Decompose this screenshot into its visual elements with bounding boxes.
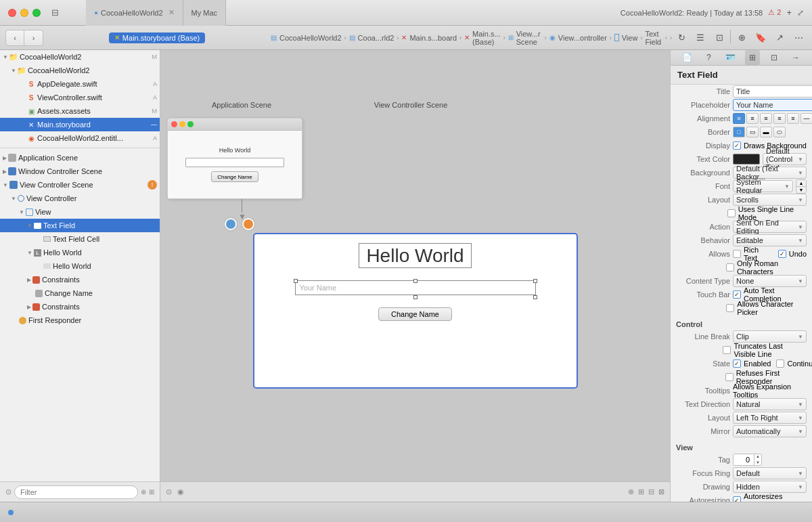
sidebar-item-tf-cell[interactable]: Text Field Cell: [0, 232, 160, 246]
control-layout-select[interactable]: Left To Right ▼: [733, 412, 807, 424]
undo-checkbox[interactable]: [778, 250, 786, 258]
align-natural-button[interactable]: ≡: [787, 113, 799, 124]
sidebar-item-view[interactable]: ▼ View: [0, 205, 160, 219]
refuses-fr-checkbox[interactable]: [725, 373, 734, 381]
identity-inspector-icon[interactable]: 🪪: [723, 50, 738, 65]
border-bezel-button[interactable]: ▬: [760, 127, 772, 137]
tag-down-button[interactable]: ▼: [754, 460, 761, 466]
align-right-button[interactable]: ≡: [760, 113, 772, 124]
close-button[interactable]: [8, 9, 16, 17]
sidebar-item-constraints2[interactable]: ▶ Constraints: [0, 300, 160, 313]
canvas-layout-icon[interactable]: ⊟: [648, 487, 654, 496]
enabled-checkbox[interactable]: [733, 360, 741, 368]
sidebar-item-vc-scene[interactable]: ▼ View Controller Scene !: [0, 178, 160, 192]
action-select[interactable]: Sent On End Editing ▼: [733, 221, 807, 233]
forward-button[interactable]: ›: [24, 30, 43, 46]
rich-text-checkbox[interactable]: [733, 250, 741, 258]
storyboard-tab[interactable]: ✕ Main.storyboard (Base): [109, 32, 205, 43]
canvas-scroll[interactable]: Application Scene Hello World Change Nam…: [160, 50, 670, 481]
more-icon[interactable]: ⋯: [790, 30, 807, 46]
layout-select[interactable]: Scrolls ▼: [733, 194, 807, 206]
mirror-select[interactable]: Automatically ▼: [733, 425, 807, 437]
font-select[interactable]: System Regular ▼: [733, 180, 793, 192]
tab-mymac[interactable]: My Mac: [183, 0, 227, 26]
sidebar-item-changename[interactable]: Change Name: [0, 286, 160, 300]
behavior-select[interactable]: Editable ▼: [733, 234, 807, 246]
connections-inspector-icon[interactable]: →: [788, 50, 803, 65]
filter-input[interactable]: [14, 485, 138, 499]
sidebar-item-first-responder[interactable]: First Responder: [0, 313, 160, 327]
bookmark-icon[interactable]: 🔖: [752, 30, 769, 46]
tag-up-button[interactable]: ▲: [754, 454, 761, 460]
sidebar-item-vc[interactable]: ▼ View Controller: [0, 192, 160, 205]
drawing-select[interactable]: Hidden ▼: [733, 481, 807, 493]
back-button[interactable]: ‹: [5, 30, 24, 46]
align-center-button[interactable]: ≡: [746, 113, 759, 124]
canvas-expand-icon[interactable]: ◉: [177, 487, 184, 496]
draws-bg-checkbox[interactable]: [733, 142, 741, 150]
sidebar-item-textfield[interactable]: ▼ Text Field: [0, 219, 160, 232]
font-up-button[interactable]: ▲: [796, 180, 806, 187]
change-name-button[interactable]: Change Name: [378, 307, 452, 321]
sidebar-toggle-icon[interactable]: ⊟: [51, 7, 59, 18]
text-dir-select[interactable]: Natural ▼: [733, 398, 807, 410]
canvas-fit-icon[interactable]: ⊞: [638, 487, 644, 496]
roman-checkbox[interactable]: [726, 263, 734, 271]
line-break-select[interactable]: Clip ▼: [733, 330, 807, 343]
quick-help-icon[interactable]: ?: [701, 50, 716, 65]
canvas-grid-icon[interactable]: ⊠: [658, 487, 664, 496]
continuous-checkbox[interactable]: [776, 360, 784, 368]
bg-select[interactable]: Default (Text Backgr... ▼: [733, 167, 807, 179]
refresh-icon[interactable]: ↻: [673, 30, 690, 46]
auto-text-checkbox[interactable]: [733, 290, 741, 299]
sidebar-item-storyboard[interactable]: ✕ Main.storyboard —: [0, 118, 160, 131]
sidebar-item-viewcontroller[interactable]: S ViewController.swift A: [0, 91, 160, 104]
single-line-checkbox[interactable]: [727, 209, 736, 217]
text-color-select[interactable]: Default (Control Text... ▼: [763, 153, 807, 165]
text-color-swatch[interactable]: [733, 154, 760, 165]
tab-cocoahelloworld2[interactable]: ● CocoaHelloWorld2 ✕: [86, 0, 183, 26]
title-input[interactable]: [733, 85, 812, 97]
sidebar-item-hw-inner[interactable]: Hello World: [0, 259, 160, 273]
char-picker-checkbox[interactable]: [726, 304, 734, 312]
sidebar-item-window-scene[interactable]: ▶ Window Controller Scene: [0, 165, 160, 178]
minimize-button[interactable]: [20, 9, 28, 17]
truncates-checkbox[interactable]: [723, 346, 731, 354]
sidebar-item-root[interactable]: ▼ 📁 CocoaHelloWorld2 M: [0, 50, 160, 64]
sidebar-item-label-hw[interactable]: ▼ L Hello World: [0, 246, 160, 259]
border-rounded-button[interactable]: ⬭: [773, 127, 786, 137]
content-type-select[interactable]: None ▼: [733, 275, 807, 287]
size-inspector-icon[interactable]: ⊡: [767, 50, 782, 65]
sidebar-item-assets[interactable]: ▣ Assets.xcassets M: [0, 104, 160, 118]
tab-close-icon[interactable]: ✕: [168, 8, 175, 17]
align-none-button[interactable]: —: [800, 113, 812, 124]
sidebar-item-appdelegate[interactable]: S AppDelegate.swift A: [0, 77, 160, 91]
add-icon[interactable]: ⊕: [734, 30, 750, 46]
sidebar-item-entitlements[interactable]: ◉ CocoaHelloWorld2.entitl... A: [0, 131, 160, 145]
border-line-button[interactable]: ▭: [746, 127, 759, 137]
share-icon[interactable]: ↗: [771, 30, 788, 46]
filter-options-icon[interactable]: ⊕: [141, 488, 146, 496]
list-view-icon[interactable]: ☰: [692, 30, 708, 46]
connection-blue-icon[interactable]: [225, 218, 237, 230]
inspector-icon[interactable]: ⊡: [711, 30, 727, 46]
canvas-help-icon[interactable]: ⊙: [166, 487, 172, 496]
file-inspector-icon[interactable]: 📄: [679, 50, 694, 65]
align-justify-button[interactable]: ≡: [773, 113, 786, 124]
border-none-button[interactable]: □: [733, 127, 745, 137]
fullscreen-icon[interactable]: ⤢: [797, 8, 804, 18]
add-tab-icon[interactable]: +: [786, 7, 792, 18]
sidebar-item-project[interactable]: ▼ 📁 CocoaHelloWorld2: [0, 64, 160, 77]
sidebar-item-app-scene[interactable]: ▶ Application Scene: [0, 151, 160, 165]
focus-ring-select[interactable]: Default ▼: [733, 467, 807, 479]
attributes-inspector-icon[interactable]: ⊞: [745, 50, 760, 65]
sidebar-item-constraints1[interactable]: ▶ Constraints: [0, 273, 160, 286]
connection-orange-icon[interactable]: [242, 218, 254, 230]
align-left-button[interactable]: ≡: [733, 113, 745, 124]
placeholder-input[interactable]: [733, 99, 812, 111]
font-down-button[interactable]: ▼: [796, 187, 806, 193]
canvas-zoom-icon[interactable]: ⊕: [628, 487, 634, 496]
filter-grid-icon[interactable]: ⊞: [149, 488, 154, 496]
maximize-button[interactable]: [32, 9, 41, 17]
autoresizes-checkbox[interactable]: [733, 496, 741, 502]
